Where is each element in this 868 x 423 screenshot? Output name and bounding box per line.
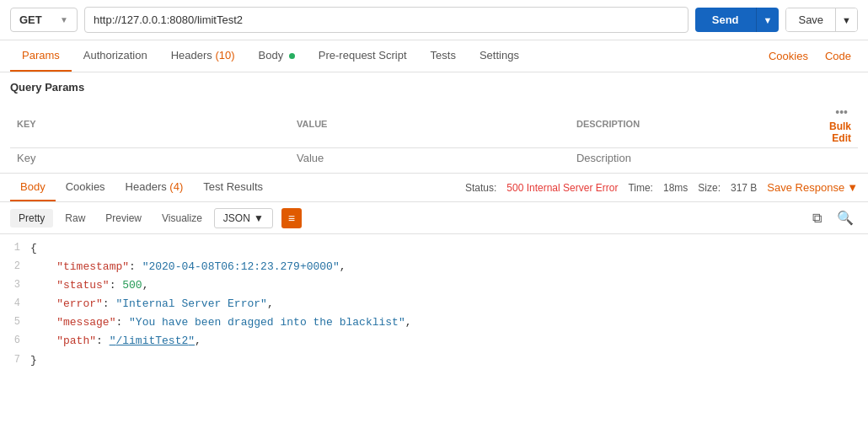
- res-tab-body[interactable]: Body: [10, 174, 56, 201]
- json-line-5: 5 "message": "You have been dragged into…: [0, 313, 868, 332]
- more-options-button[interactable]: •••: [832, 104, 851, 120]
- json-format-select[interactable]: JSON ▼: [214, 208, 273, 228]
- line-content: {: [30, 239, 868, 258]
- json-line-1: 1 {: [0, 239, 868, 258]
- status-label: Status:: [465, 182, 496, 194]
- col-desc-header: DESCRIPTION: [570, 100, 807, 148]
- res-headers-badge: (4): [169, 180, 183, 193]
- wrap-button[interactable]: ≡: [281, 208, 302, 228]
- col-actions-header: ••• Bulk Edit: [807, 100, 858, 148]
- size-value: 317 B: [731, 182, 757, 194]
- col-value-header: VALUE: [290, 100, 570, 148]
- tab-tests[interactable]: Tests: [419, 40, 468, 72]
- res-tab-test-results[interactable]: Test Results: [193, 174, 273, 201]
- query-params-title: Query Params: [10, 81, 858, 94]
- url-bar: GET ▼ Send ▼ Save ▼: [0, 0, 868, 40]
- line-number: 2: [0, 258, 30, 275]
- format-bar: Pretty Raw Preview Visualize JSON ▼ ≡ ⧉ …: [0, 202, 868, 234]
- time-label: Time:: [628, 182, 653, 194]
- description-input[interactable]: [576, 152, 801, 164]
- save-response-button[interactable]: Save Response ▼: [767, 181, 858, 194]
- line-content: }: [30, 351, 868, 370]
- send-btn-group: Send ▼: [695, 8, 780, 32]
- tab-pre-request[interactable]: Pre-request Script: [307, 40, 419, 72]
- json-line-7: 7 }: [0, 351, 868, 370]
- line-content: "path": "/limitTest2",: [30, 332, 868, 351]
- json-line-6: 6 "path": "/limitTest2",: [0, 332, 868, 351]
- copy-button[interactable]: ⧉: [808, 207, 826, 228]
- save-response-label: Save Response: [767, 181, 844, 194]
- line-number: 7: [0, 351, 30, 368]
- save-button[interactable]: Save: [786, 8, 835, 31]
- response-body: 1 { 2 "timestamp": "2020-04-08T06:12:23.…: [0, 234, 868, 375]
- line-content: "message": "You have been dragged into t…: [30, 313, 868, 332]
- send-button[interactable]: Send: [695, 8, 756, 32]
- tab-body[interactable]: Body: [247, 40, 307, 72]
- body-dot: [289, 53, 295, 59]
- json-format-label: JSON: [223, 212, 250, 224]
- json-line-3: 3 "status": 500,: [0, 276, 868, 295]
- json-line-2: 2 "timestamp": "2020-04-08T06:12:23.279+…: [0, 258, 868, 276]
- res-tab-cookies[interactable]: Cookies: [56, 174, 115, 201]
- value-input[interactable]: [297, 152, 563, 164]
- bulk-edit-link[interactable]: Bulk Edit: [829, 120, 851, 144]
- line-number: 3: [0, 276, 30, 293]
- format-right-actions: ⧉ 🔍: [808, 207, 858, 228]
- tab-headers[interactable]: Headers (10): [159, 40, 247, 72]
- time-value: 18ms: [663, 182, 688, 194]
- key-input[interactable]: [17, 152, 283, 164]
- line-content: "status": 500,: [30, 276, 868, 295]
- request-tabs: Params Authorization Headers (10) Body P…: [0, 40, 868, 72]
- save-dropdown-button[interactable]: ▼: [835, 8, 857, 31]
- tab-cookies-right[interactable]: Cookies: [762, 41, 815, 71]
- table-row: [10, 148, 858, 169]
- send-dropdown-button[interactable]: ▼: [756, 8, 780, 32]
- params-table: KEY VALUE DESCRIPTION ••• Bulk Edit: [10, 100, 858, 168]
- line-number: 6: [0, 332, 30, 349]
- save-response-chevron-icon: ▼: [847, 181, 858, 194]
- line-number: 1: [0, 239, 30, 256]
- line-number: 5: [0, 313, 30, 330]
- save-btn-group: Save ▼: [785, 8, 858, 32]
- res-tab-headers[interactable]: Headers (4): [115, 174, 194, 201]
- method-chevron-icon: ▼: [60, 15, 68, 24]
- url-input[interactable]: [84, 7, 689, 33]
- status-value: 500 Internal Server Error: [506, 182, 618, 194]
- headers-badge: (10): [215, 49, 234, 62]
- line-number: 4: [0, 295, 30, 312]
- response-tabs: Body Cookies Headers (4) Test Results St…: [0, 173, 868, 202]
- search-button[interactable]: 🔍: [833, 207, 858, 228]
- tab-authorization[interactable]: Authorization: [72, 40, 159, 72]
- query-params-section: Query Params KEY VALUE DESCRIPTION ••• B…: [0, 72, 868, 168]
- method-label: GET: [19, 13, 42, 26]
- fmt-tab-pretty[interactable]: Pretty: [10, 209, 53, 228]
- fmt-tab-visualize[interactable]: Visualize: [153, 209, 211, 228]
- tab-params[interactable]: Params: [10, 40, 72, 72]
- json-format-chevron-icon: ▼: [254, 212, 264, 224]
- tab-settings[interactable]: Settings: [468, 40, 531, 72]
- tab-code-right[interactable]: Code: [818, 41, 858, 71]
- right-tabs: Cookies Code: [762, 41, 858, 71]
- method-select[interactable]: GET ▼: [10, 8, 78, 32]
- status-info: Status: 500 Internal Server Error Time: …: [465, 181, 858, 194]
- fmt-tab-raw[interactable]: Raw: [56, 209, 94, 228]
- col-key-header: KEY: [10, 100, 290, 148]
- path-link[interactable]: /limitTest2: [115, 335, 188, 347]
- line-content: "error": "Internal Server Error",: [30, 295, 868, 313]
- line-content: "timestamp": "2020-04-08T06:12:23.279+00…: [30, 258, 868, 276]
- fmt-tab-preview[interactable]: Preview: [97, 209, 150, 228]
- json-line-4: 4 "error": "Internal Server Error",: [0, 295, 868, 313]
- size-label: Size:: [698, 182, 721, 194]
